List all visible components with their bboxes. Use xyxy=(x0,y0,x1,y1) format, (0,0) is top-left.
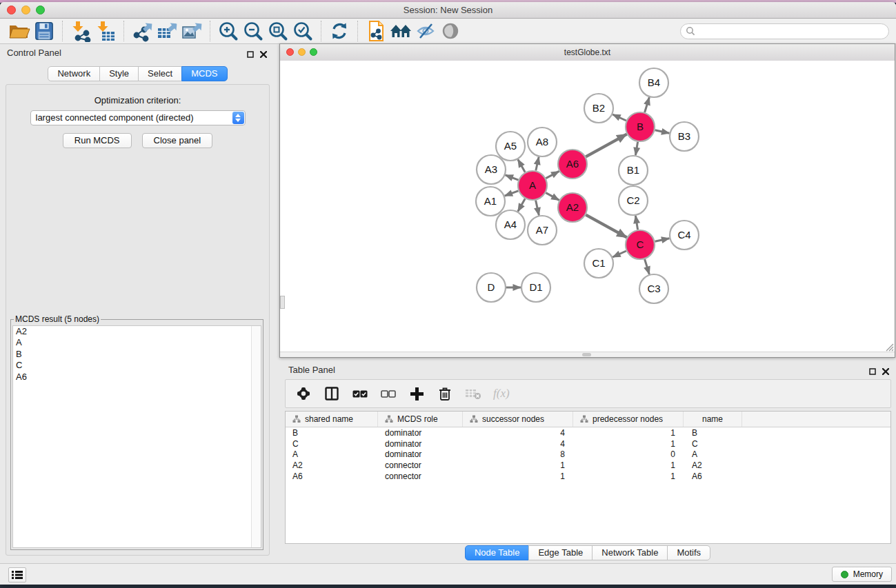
table-tab-motifs[interactable]: Motifs xyxy=(667,545,710,560)
zoom-selected-button[interactable] xyxy=(290,20,315,43)
tab-select[interactable]: Select xyxy=(138,66,182,81)
graph-node-B2[interactable]: B2 xyxy=(584,94,613,123)
delete-table-button-disabled[interactable] xyxy=(465,385,481,402)
table-tab-edge-table[interactable]: Edge Table xyxy=(528,545,593,560)
new-network-from-selection-button[interactable] xyxy=(364,20,388,43)
network-minimize-button[interactable] xyxy=(298,48,306,56)
tab-network[interactable]: Network xyxy=(48,66,100,81)
table-row[interactable]: A2connector11A2 xyxy=(286,460,890,471)
graph-node-B3[interactable]: B3 xyxy=(670,122,699,151)
network-zoom-button[interactable] xyxy=(310,48,317,56)
graph-edge-A-A8[interactable] xyxy=(536,157,539,171)
graph-node-C1[interactable]: C1 xyxy=(584,249,613,278)
hide-selected-button[interactable] xyxy=(413,20,438,43)
graph-node-D1[interactable]: D1 xyxy=(521,273,550,302)
close-panel-button[interactable]: Close panel xyxy=(142,133,213,148)
graph-edge-A-A3[interactable] xyxy=(506,175,519,180)
network-window-titlebar[interactable]: testGlobe.txt xyxy=(280,44,895,61)
network-close-button[interactable] xyxy=(286,48,294,56)
graph-node-C2[interactable]: C2 xyxy=(619,186,648,215)
mcds-result-item[interactable]: A2 xyxy=(13,326,261,337)
export-network-button[interactable] xyxy=(130,20,155,43)
graph-edge-C-C4[interactable] xyxy=(655,239,670,242)
column-header-shared-name[interactable]: shared name xyxy=(286,412,378,427)
graph-edge-C-C3[interactable] xyxy=(645,259,650,274)
network-horizontal-scrollbar[interactable] xyxy=(280,352,895,357)
criterion-select[interactable]: largest connected component (directed) xyxy=(30,110,246,125)
table-settings-button[interactable] xyxy=(295,385,312,402)
graph-edge-A-A6[interactable] xyxy=(546,171,559,178)
apply-layout-button[interactable] xyxy=(327,20,352,43)
graph-node-A6[interactable]: A6 xyxy=(558,150,587,179)
graph-node-C4[interactable]: C4 xyxy=(670,221,699,250)
graph-node-B4[interactable]: B4 xyxy=(639,68,668,97)
graph-edge-A6-B[interactable] xyxy=(586,134,626,157)
graph-edge-B-B4[interactable] xyxy=(645,97,650,112)
export-image-button[interactable] xyxy=(179,20,204,43)
graph-node-A2[interactable]: A2 xyxy=(558,193,587,222)
graph-edge-A-A7[interactable] xyxy=(536,201,539,216)
float-panel-icon[interactable] xyxy=(247,51,254,58)
graph-node-B1[interactable]: B1 xyxy=(619,156,648,185)
graph-node-A7[interactable]: A7 xyxy=(528,216,557,245)
import-table-button[interactable] xyxy=(93,20,118,43)
unselect-all-columns-button[interactable] xyxy=(380,385,397,402)
float-panel-icon[interactable] xyxy=(869,368,876,375)
graph-node-C[interactable]: C xyxy=(626,230,655,259)
table-tab-node-table[interactable]: Node Table xyxy=(465,545,530,560)
graph-edge-B-B1[interactable] xyxy=(635,142,637,156)
zoom-fit-button[interactable] xyxy=(266,20,290,43)
memory-button[interactable]: Memory xyxy=(832,567,892,582)
graph-edge-B-B3[interactable] xyxy=(655,130,670,134)
column-header-successor-nodes[interactable]: successor nodes xyxy=(463,412,573,427)
graph-node-A3[interactable]: A3 xyxy=(477,155,506,184)
run-mcds-button[interactable]: Run MCDS xyxy=(63,133,132,148)
graph-node-A1[interactable]: A1 xyxy=(476,187,505,216)
column-header-predecessor-nodes[interactable]: predecessor nodes xyxy=(573,412,684,427)
tab-mcds[interactable]: MCDS xyxy=(181,66,227,81)
table-row[interactable]: Bdominator41B xyxy=(286,427,890,438)
close-panel-icon[interactable] xyxy=(882,368,889,375)
graph-edge-A-A2[interactable] xyxy=(546,193,559,201)
mcds-result-item[interactable]: C xyxy=(13,360,261,371)
create-column-button[interactable] xyxy=(408,385,425,402)
table-tab-network-table[interactable]: Network Table xyxy=(592,545,668,560)
graph-edge-C-C2[interactable] xyxy=(635,216,637,230)
graph-node-A5[interactable]: A5 xyxy=(496,132,525,161)
zoom-window-button[interactable] xyxy=(36,6,45,14)
table-row[interactable]: A6connector11A6 xyxy=(286,471,890,482)
function-builder-button-disabled[interactable]: f(x) xyxy=(493,385,510,402)
minimize-window-button[interactable] xyxy=(21,6,30,14)
first-neighbors-button[interactable] xyxy=(388,20,413,43)
column-header-name[interactable]: name xyxy=(684,412,742,427)
mcds-result-item[interactable]: B xyxy=(13,349,261,360)
save-session-button[interactable] xyxy=(32,20,57,43)
graph-node-D[interactable]: D xyxy=(477,273,506,302)
search-field[interactable] xyxy=(680,23,889,39)
column-header-mcds-role[interactable]: MCDS role xyxy=(378,412,463,427)
import-network-button[interactable] xyxy=(68,20,93,43)
graph-edge-A2-C[interactable] xyxy=(586,215,626,238)
network-hscroll-thumb[interactable] xyxy=(582,353,591,356)
mcds-result-scrollbar[interactable] xyxy=(251,326,261,547)
network-graph[interactable]: B4B2BB3A8A5A6A3B1AA1C2A2A4A7C4CC1DD1C3 xyxy=(280,61,895,353)
graph-edge-A-A4[interactable] xyxy=(518,199,525,212)
mcds-result-item[interactable]: A xyxy=(13,337,261,348)
show-all-button[interactable] xyxy=(438,20,463,43)
close-panel-icon[interactable] xyxy=(260,51,267,58)
zoom-in-button[interactable] xyxy=(216,20,241,43)
mcds-result-list[interactable]: A2ABCA6 xyxy=(12,325,261,548)
graph-node-B[interactable]: B xyxy=(626,112,655,141)
export-table-button[interactable] xyxy=(155,20,179,43)
mcds-result-item[interactable]: A6 xyxy=(13,372,261,383)
network-left-grip[interactable] xyxy=(280,296,285,309)
open-session-button[interactable] xyxy=(7,20,32,43)
table-row[interactable]: Cdominator41C xyxy=(286,438,890,449)
select-all-columns-button[interactable] xyxy=(352,385,368,402)
table-row[interactable]: Adominator80A xyxy=(286,449,890,460)
close-window-button[interactable] xyxy=(7,6,16,14)
task-history-button[interactable] xyxy=(8,567,26,582)
resize-grip-icon[interactable] xyxy=(885,343,894,352)
graph-edge-A-A1[interactable] xyxy=(505,191,519,196)
graph-node-A8[interactable]: A8 xyxy=(528,128,557,156)
